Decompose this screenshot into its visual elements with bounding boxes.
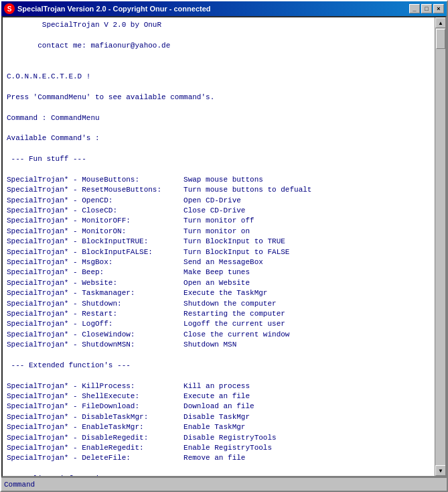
content-area: SpecialTrojan V 2.0 by OnuR contact me: … <box>1 16 447 477</box>
titlebar-buttons: _ □ × <box>409 4 444 13</box>
titlebar-left: S SpecialTrojan Version 2.0 - Copyright … <box>4 3 211 14</box>
close-button[interactable]: × <box>433 4 444 13</box>
scrollbar-thumb[interactable] <box>436 29 445 49</box>
statusbar: Command <box>1 477 447 491</box>
maximize-button[interactable]: □ <box>421 4 432 13</box>
app-icon: S <box>4 3 15 14</box>
scrollbar: ▲ ▼ <box>435 17 445 476</box>
terminal-output[interactable]: SpecialTrojan V 2.0 by OnuR contact me: … <box>3 17 435 476</box>
status-text: Command <box>4 481 35 489</box>
scroll-up-button[interactable]: ▲ <box>435 17 446 28</box>
minimize-button[interactable]: _ <box>409 4 420 13</box>
scroll-down-button[interactable]: ▼ <box>435 465 446 476</box>
scrollbar-track[interactable] <box>435 28 445 465</box>
window-title: SpecialTrojan Version 2.0 - Copyright On… <box>17 5 211 13</box>
titlebar: S SpecialTrojan Version 2.0 - Copyright … <box>1 1 447 16</box>
terminal-text: SpecialTrojan V 2.0 by OnuR contact me: … <box>7 20 431 476</box>
main-window: S SpecialTrojan Version 2.0 - Copyright … <box>0 0 448 492</box>
